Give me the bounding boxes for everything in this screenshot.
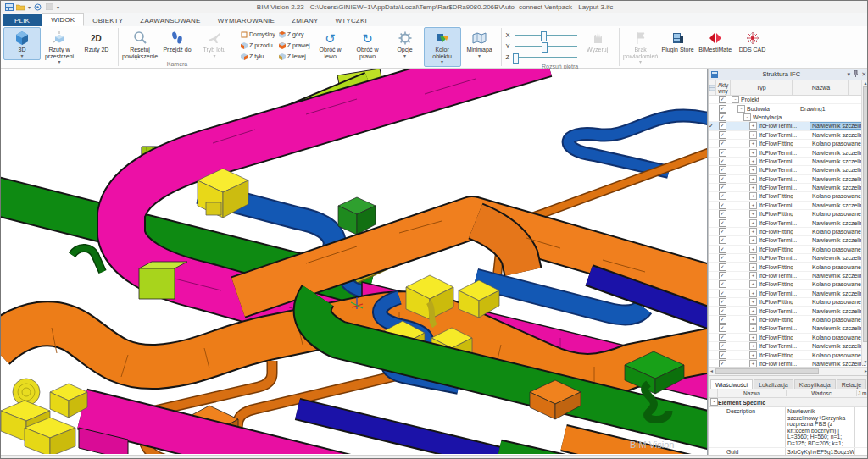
scroll-right-icon[interactable]: ► [864,368,868,373]
tree-row[interactable]: ✓+IfcFlowTermi...Nawiewnik szczelinow...… [709,254,868,263]
spatial-views-button[interactable]: Rzuty w przestrzeni▾ [41,27,78,67]
active-checkbox[interactable]: ✓ [715,342,729,350]
expand-icon[interactable]: + [749,122,757,130]
rotate-left-button[interactable]: ↺ Obróć w lewo [312,27,349,60]
tree-type-cell[interactable]: +IfcFlowTermi... [729,131,810,139]
slider-x[interactable] [515,35,577,36]
tab-wlasciwosci[interactable]: Właściwości [710,379,753,389]
expand-icon[interactable]: + [749,316,757,324]
structure-panel-header[interactable]: Struktura IFC ▾ ✕ [709,69,868,80]
tree-row[interactable]: ✓+IfcFlowTermi...Nawiewnik szczelinow...… [709,218,868,227]
active-checkbox[interactable]: ✓ [715,360,729,367]
tree-name-cell[interactable]: Kolano prasowane: B... [810,211,866,217]
expand-icon[interactable]: - [732,96,739,103]
tree-type-cell[interactable]: +IfcFlowTermi... [729,219,810,227]
customize-toolbar-icon[interactable]: ▾ [57,4,59,10]
active-checkbox[interactable]: ✓ [715,236,729,244]
tree-type-cell[interactable]: +IfcFlowTermi... [729,122,810,130]
active-checkbox[interactable]: ✓ [715,140,729,147]
tab-wymiarowanie[interactable]: WYMIAROWANIE [209,14,283,26]
app-icon[interactable] [4,3,14,11]
active-checkbox[interactable]: ✓ [715,228,729,235]
active-checkbox[interactable]: ✓ [715,122,729,130]
tree-row[interactable]: ✓+IfcFlowFittingKolano prasowane: B...Ko… [709,298,868,307]
tree-name-cell[interactable]: Nawiewnik szczelinow... [810,176,866,182]
view-default-button[interactable]: Domyślny [239,29,277,40]
tree-type-cell[interactable]: -Budowla [729,105,798,113]
tree-row[interactable]: ✓+IfcFlowTermi...Nawiewnik szczelinow...… [709,290,868,298]
tree-row[interactable]: ✓+IfcFlowTermi...Nawiewnik szczelinow...… [709,158,868,166]
dds-cad-button[interactable]: DDS CAD [734,27,771,54]
tree-row[interactable]: ✓-Wentylacja [709,113,868,122]
property-row[interactable]: Description Nawiewnik szczelinowy+Skrzyn… [709,407,868,448]
expand-icon[interactable]: + [749,140,757,147]
tree-name-cell[interactable]: Kolano prasowane: B... [810,299,866,305]
box-green-small[interactable] [338,197,376,235]
tree-row[interactable]: ✓+IfcFlowTermi...Nawiewnik szczelinow...… [709,184,868,192]
active-checkbox[interactable]: ✓ [715,184,729,191]
slider-y[interactable] [515,46,577,47]
tab-relacje[interactable]: Relacje [837,379,866,389]
expand-icon[interactable]: + [749,298,757,306]
expand-icon[interactable]: + [749,202,757,209]
dropdown-arrow-icon[interactable]: ▾ [28,4,31,10]
expand-icon[interactable]: + [749,351,757,359]
type-column-header[interactable]: Typ [731,80,793,95]
tree-type-cell[interactable]: +IfcFlowTermi... [729,290,810,297]
tree-name-cell[interactable]: Nawiewnik szczelinow... [810,132,866,138]
view-left-button[interactable]: Z lewej [277,51,312,62]
active-checkbox[interactable]: ✓ [715,298,729,306]
expand-icon[interactable]: + [749,184,757,191]
active-checkbox[interactable]: ✓ [715,105,729,113]
tree-row[interactable]: ✓+IfcFlowTermi...Nawiewnik szczelinow...… [709,342,868,351]
slider-z[interactable] [515,57,577,58]
expand-icon[interactable]: + [749,324,757,332]
tab-zmiany[interactable]: ZMIANY [283,14,326,26]
tree-h-scrollbar[interactable]: ◄ ► [709,367,868,375]
active-checkbox[interactable]: ✓ [715,219,729,227]
active-checkbox[interactable]: ✓ [715,202,729,209]
bimestimate-button[interactable]: BIMestiMate [697,27,734,54]
active-checkbox[interactable]: ✓ [715,192,729,200]
tree-name-cell[interactable]: Kolano prasowane: B... [810,264,866,270]
tree-row[interactable]: ✓-BudowlaDrawing1 [709,104,868,113]
tree-row[interactable]: ✓+IfcFlowTermi...Nawiewnik szczelinow...… [709,272,868,280]
tree-type-cell[interactable]: +IfcFlowTermi... [729,272,810,279]
expand-icon[interactable]: - [737,105,745,113]
tree-type-cell[interactable]: +IfcFlowTermi... [729,166,810,174]
slider-x-thumb[interactable] [541,31,547,41]
tree-type-cell[interactable]: +IfcFlowTermi... [729,184,810,191]
slider-y-thumb[interactable] [542,42,548,53]
tree-type-cell[interactable]: +IfcFlowTermi... [729,149,810,157]
active-checkbox[interactable]: ✓ [715,131,729,139]
tree-row[interactable]: ✓+IfcFlowTermi...Nawiewnik szczelinow...… [709,324,868,333]
reset-zoom-button[interactable]: Resetuj powiększenie [121,27,159,60]
tree-name-cell[interactable]: Kolano prasowane: B... [810,246,866,252]
tab-klasyfikacja[interactable]: Klasyfikacja [794,379,836,389]
tree-type-cell[interactable]: +IfcFlowFitting [729,246,810,253]
tree-type-cell[interactable]: +IfcFlowTermi... [729,202,810,209]
tree-type-cell[interactable]: +IfcFlowFitting [729,334,810,341]
tree-type-cell[interactable]: +IfcFlowFitting [729,316,810,324]
tree-name-cell[interactable]: Nawiewnik szczelinow... [810,167,866,173]
active-checkbox[interactable]: ✓ [715,351,729,359]
tree-name-cell[interactable]: Nawiewnik szczelinow... [810,273,866,279]
tab-plik[interactable]: PLIK [3,14,42,26]
tree-row[interactable]: ✓+IfcFlowTermi...Nawiewnik szczelinow...… [709,148,868,157]
expand-icon[interactable]: - [743,113,751,121]
tree-type-cell[interactable]: +IfcFlowTermi... [729,307,810,315]
tree-type-cell[interactable]: +IfcFlowTermi... [729,324,810,332]
slider-z-thumb[interactable] [513,53,519,64]
view-back-button[interactable]: Z tyłu [239,51,277,62]
tree-name-cell[interactable]: Nawiewnik szczelinow... [810,343,866,349]
tree-row[interactable]: ✓+IfcFlowTermi...Nawiewnik szczelinow...… [709,175,868,184]
name-column-header[interactable]: Nazwa [793,80,849,95]
tree-name-cell[interactable]: Drawing1 [798,106,854,112]
tree-row[interactable]: ✓+IfcFlowFittingKolano prasowane: B...Ko… [709,316,868,324]
minimap-button[interactable]: Minimapa▾ [461,27,498,60]
tree-type-cell[interactable]: +IfcFlowTermi... [729,236,810,244]
active-checkbox[interactable]: ✓ [715,175,729,183]
property-group-row[interactable]: - Element Specific [709,398,868,407]
tree-row[interactable]: ✓+IfcFlowTermi...Nawiewnik szczelinow...… [709,131,868,140]
options-button[interactable]: Opcje▾ [387,27,424,60]
